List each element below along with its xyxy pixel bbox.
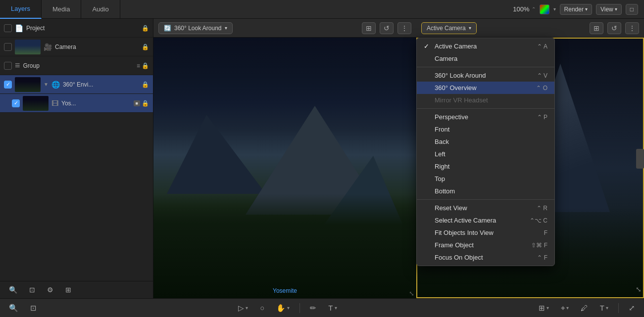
group-badge-icon: ≡ <box>137 62 140 69</box>
panel-toggle-button[interactable]: ⊡ <box>26 302 41 314</box>
chevron-down-icon: ▾ <box>469 25 471 31</box>
active-camera-dropdown[interactable]: Active Camera ▾ <box>421 22 477 34</box>
360-icon: 🔄 <box>164 25 171 32</box>
menu-item-label: Fit Objects Into View <box>435 229 494 236</box>
viewport-icon-btn-4[interactable]: ⊞ <box>590 22 603 34</box>
menu-item-label: Active Camera <box>435 43 477 50</box>
menu-item-select-active-camera[interactable]: Select Active Camera ⌃⌥ C <box>417 214 554 226</box>
shape-tool-button[interactable]: ⌖ ▾ <box>557 302 573 314</box>
lock-icon: 🔒 <box>142 62 149 69</box>
layer-name: Camera <box>55 44 139 50</box>
layer-name: Project <box>26 25 139 32</box>
chevron-down-icon: ▾ <box>553 6 556 12</box>
menu-item-label: Left <box>435 150 446 158</box>
list-item[interactable]: ✓ ▼ 🌐 360° Envi... 🔒 <box>0 75 153 94</box>
viewport-icon-btn-2[interactable]: ↺ <box>380 22 394 34</box>
tab-bar: Layers Media Audio <box>0 0 120 19</box>
text-tool-button-2[interactable]: T ▾ <box>596 302 612 314</box>
camera-dropdown-menu: ✓ Active Camera ⌃ A Camera 360° Look Aro… <box>416 38 555 266</box>
viewport-icon-btn-3[interactable]: ⋮ <box>397 22 411 34</box>
resize-handle[interactable]: ⤡ <box>406 288 416 298</box>
menu-item-label: Top <box>435 175 445 182</box>
view-button[interactable]: View ▾ <box>596 4 622 15</box>
color-swatch[interactable] <box>540 4 549 14</box>
menu-item-perspective[interactable]: Perspective ⌃ P <box>417 111 554 123</box>
menu-item-frame-object[interactable]: Frame Object ⇧⌘ F <box>417 239 554 251</box>
tab-layers[interactable]: Layers <box>0 0 42 19</box>
video-icon: 🎞 <box>51 99 58 107</box>
list-item[interactable]: ✓ 🎞 Yos... ■ 🔒 <box>0 94 153 113</box>
menu-item-left[interactable]: Left <box>417 148 554 160</box>
layer-visibility-checkbox[interactable]: ✓ <box>12 99 20 107</box>
menu-item-mirror-vr[interactable]: Mirror VR Headset <box>417 94 554 106</box>
render-button[interactable]: Render ▾ <box>560 4 592 15</box>
menu-item-label: Bottom <box>435 187 455 195</box>
layer-visibility-checkbox[interactable] <box>4 43 12 51</box>
shortcut-label: ⌃ O <box>536 85 547 91</box>
layers-button[interactable]: ⊞ <box>61 284 75 295</box>
brush-tool-button[interactable]: 🖊 <box>577 302 592 314</box>
list-item[interactable]: ≡ Group ≡ 🔒 <box>0 56 153 75</box>
viewport-icon-btn-1[interactable]: ⊞ <box>362 22 376 34</box>
list-item[interactable]: 📄 Project 🔒 <box>0 19 153 38</box>
layer-name: Group <box>23 62 134 69</box>
resize-icon[interactable]: ⤡ <box>636 285 642 293</box>
layer-visibility-checkbox[interactable] <box>4 62 12 70</box>
video-badge: ■ <box>134 100 140 106</box>
shortcut-label: ⌃ P <box>537 114 547 121</box>
hand-tool-button[interactable]: ✋ ▾ <box>272 302 294 314</box>
shortcut-label: ⌃ V <box>537 72 547 79</box>
text-tool-button[interactable]: T ▾ <box>324 302 341 314</box>
panel-button[interactable]: ⊡ <box>25 284 39 295</box>
menu-item-reset-view[interactable]: Reset View ⌃ R <box>417 202 554 214</box>
lock-icon: 🔒 <box>142 100 149 107</box>
list-item[interactable]: 🎥 Camera 🔒 <box>0 38 153 56</box>
menu-item-fit-objects[interactable]: Fit Objects Into View F <box>417 226 554 239</box>
select-tool-button[interactable]: ▷ ▾ <box>234 302 252 314</box>
menu-item-360-look-around[interactable]: 360° Look Around ⌃ V <box>417 69 554 82</box>
search-button[interactable]: 🔍 <box>5 302 22 314</box>
search-button[interactable]: 🔍 <box>5 284 21 295</box>
right-viewport: Active Camera ▾ ⊞ ↺ ⋮ ✓ Active Camera ⌃ … <box>416 19 644 298</box>
grid-view-button[interactable]: ⊞ ▾ <box>535 302 553 314</box>
layer-thumbnail <box>23 96 49 111</box>
menu-item-focus-on-object[interactable]: Focus On Object ⌃ F <box>417 251 554 264</box>
menu-item-bottom[interactable]: Bottom <box>417 185 554 197</box>
settings-button[interactable]: ⚙ <box>43 284 57 295</box>
menu-item-front[interactable]: Front <box>417 123 554 136</box>
camera-icon: 🎥 <box>44 43 52 51</box>
shortcut-label: ⌃ F <box>537 254 547 261</box>
expand-button[interactable]: ⤢ <box>625 302 639 314</box>
menu-item-camera[interactable]: Camera <box>417 52 554 65</box>
group-icon: ≡ <box>15 60 20 71</box>
menu-separator <box>417 108 554 109</box>
menu-item-label: Back <box>435 138 449 145</box>
menu-item-top[interactable]: Top <box>417 173 554 185</box>
top-bar: Layers Media Audio 100% ⌃ ▾ Render ▾ Vie… <box>0 0 644 19</box>
tab-media[interactable]: Media <box>42 0 81 19</box>
viewport-icon-btn-5[interactable]: ↺ <box>607 22 621 34</box>
menu-item-label: Camera <box>435 55 457 62</box>
left-viewport: 🔄 360° Look Around ▾ ⊞ ↺ ⋮ Yosemite ⤡ <box>153 19 416 298</box>
viewport-icon-btn-6[interactable]: ⋮ <box>625 22 639 34</box>
tab-audio[interactable]: Audio <box>81 0 120 19</box>
shortcut-label: ⇧⌘ F <box>531 242 547 249</box>
layout-button[interactable]: □ <box>626 4 638 15</box>
menu-item-active-camera[interactable]: ✓ Active Camera ⌃ A <box>417 40 554 52</box>
menu-item-360-overview[interactable]: 360° Overview ⌃ O <box>417 82 554 94</box>
layer-visibility-checkbox[interactable]: ✓ <box>4 81 12 89</box>
menu-item-back[interactable]: Back <box>417 136 554 148</box>
pen-tool-button[interactable]: ✏ <box>306 302 320 314</box>
tool-group-left: 🔍 ⊡ <box>5 302 41 314</box>
viewport-canvas[interactable]: Yosemite ⤡ <box>153 38 416 298</box>
bottom-toolbar: 🔍 ⊡ ▷ ▾ ○ ✋ ▾ ✏ T ▾ ⊞ ▾ ⌖ ▾ 🖊 T ▾ ⤢ <box>0 298 644 317</box>
menu-item-label: 360° Overview <box>435 84 477 91</box>
zoom-control[interactable]: 100% ⌃ <box>513 5 535 13</box>
layer-name: Yos... <box>61 100 131 107</box>
viewport-mode-dropdown[interactable]: 🔄 360° Look Around ▾ <box>158 22 233 34</box>
layer-visibility-checkbox[interactable] <box>4 24 12 32</box>
layers-panel: 📄 Project 🔒 🎥 Camera 🔒 ≡ Group ≡ 🔒 <box>0 19 153 298</box>
circle-tool-button[interactable]: ○ <box>256 302 268 314</box>
scroll-handle[interactable] <box>636 149 644 169</box>
menu-item-right[interactable]: Right <box>417 160 554 173</box>
